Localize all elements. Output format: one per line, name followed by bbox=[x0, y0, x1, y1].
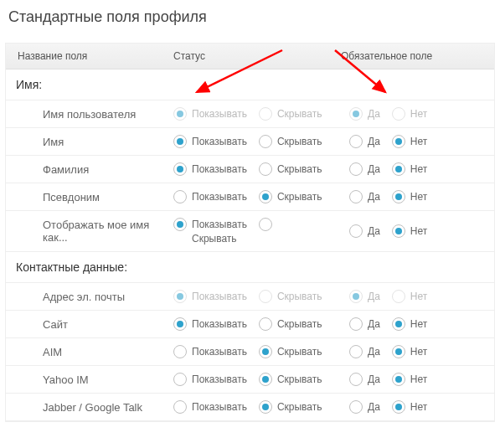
status-show[interactable]: Показывать bbox=[173, 345, 247, 358]
required-yes-radio bbox=[349, 290, 363, 303]
status-show-radio bbox=[173, 290, 187, 303]
required-no-radio bbox=[392, 400, 405, 414]
required-no-radio bbox=[392, 373, 405, 386]
table-row: AIMПоказыватьСкрыватьДаНет bbox=[6, 338, 494, 366]
required-no-label: Нет bbox=[410, 373, 427, 385]
status-hide[interactable]: Скрывать bbox=[259, 162, 322, 176]
required-no-radio bbox=[392, 345, 405, 358]
required-no-label: Нет bbox=[410, 191, 427, 203]
required-yes[interactable]: Да bbox=[349, 135, 380, 148]
status-show[interactable]: Показывать bbox=[173, 162, 247, 176]
status-hide[interactable]: Скрывать bbox=[259, 345, 322, 358]
status-hide-radio bbox=[259, 107, 272, 121]
required-yes: Да bbox=[349, 290, 380, 303]
required-no[interactable]: Нет bbox=[392, 224, 427, 238]
required-no[interactable]: Нет bbox=[392, 135, 427, 148]
status-group: ПоказыватьСкрывать bbox=[173, 218, 349, 245]
required-yes-label: Да bbox=[368, 318, 380, 330]
required-no: Нет bbox=[392, 290, 427, 303]
status-show: Показывать bbox=[173, 290, 247, 303]
status-show-radio bbox=[173, 107, 187, 121]
status-show[interactable]: Показывать bbox=[173, 373, 247, 386]
required-yes[interactable]: Да bbox=[349, 317, 380, 331]
required-yes-radio bbox=[349, 107, 363, 121]
status-hide[interactable] bbox=[259, 218, 272, 231]
required-no[interactable]: Нет bbox=[392, 190, 427, 203]
required-yes[interactable]: Да bbox=[349, 162, 380, 176]
status-show-radio bbox=[173, 218, 187, 231]
status-hide-radio bbox=[259, 317, 272, 331]
status-show-label: Показывать bbox=[192, 346, 247, 358]
status-show[interactable]: Показывать bbox=[173, 135, 247, 148]
required-yes-label: Да bbox=[368, 291, 380, 302]
status-hide[interactable]: Скрывать bbox=[259, 317, 322, 331]
status-show[interactable]: Показывать bbox=[173, 218, 247, 231]
status-show[interactable]: Показывать bbox=[173, 400, 247, 414]
status-hide[interactable]: Скрывать bbox=[259, 373, 322, 386]
required-yes-label: Да bbox=[368, 136, 380, 147]
status-show-label: Показывать bbox=[192, 318, 247, 330]
status-group: ПоказыватьСкрывать bbox=[173, 400, 349, 414]
required-yes-radio bbox=[349, 345, 363, 358]
status-group: ПоказыватьСкрывать bbox=[173, 373, 349, 386]
table-row: ИмяПоказыватьСкрыватьДаНет bbox=[6, 128, 494, 156]
required-no-label: Нет bbox=[410, 163, 427, 175]
status-hide: Скрывать bbox=[259, 107, 322, 121]
column-header-status: Статус bbox=[173, 50, 341, 62]
status-show-radio bbox=[173, 135, 187, 148]
required-group: ДаНет bbox=[349, 107, 486, 121]
status-hide-label: Скрывать bbox=[173, 233, 349, 245]
required-yes-label: Да bbox=[368, 163, 380, 175]
required-yes-label: Да bbox=[368, 225, 380, 237]
required-yes[interactable]: Да bbox=[349, 400, 380, 414]
status-hide[interactable]: Скрывать bbox=[259, 400, 322, 414]
status-hide: Скрывать bbox=[259, 290, 322, 303]
required-no-label: Нет bbox=[410, 346, 427, 358]
status-group: ПоказыватьСкрывать bbox=[173, 290, 349, 303]
status-hide[interactable]: Скрывать bbox=[259, 135, 322, 148]
field-name: Псевдоним bbox=[14, 191, 173, 203]
status-show-radio bbox=[173, 162, 187, 176]
required-no-radio bbox=[392, 162, 405, 176]
required-yes-radio bbox=[349, 224, 363, 238]
required-yes-label: Да bbox=[368, 373, 380, 385]
required-no[interactable]: Нет bbox=[392, 345, 427, 358]
required-yes-label: Да bbox=[368, 401, 380, 413]
field-name: Yahoo IM bbox=[14, 373, 173, 386]
required-no[interactable]: Нет bbox=[392, 317, 427, 331]
required-yes[interactable]: Да bbox=[349, 190, 380, 203]
status-show[interactable]: Показывать bbox=[173, 317, 247, 331]
status-show-radio bbox=[173, 345, 187, 358]
required-yes[interactable]: Да bbox=[349, 224, 380, 238]
status-show[interactable]: Показывать bbox=[173, 190, 247, 203]
required-no: Нет bbox=[392, 107, 427, 121]
field-name: Адрес эл. почты bbox=[14, 291, 173, 303]
required-no[interactable]: Нет bbox=[392, 400, 427, 414]
required-no[interactable]: Нет bbox=[392, 162, 427, 176]
required-no-label: Нет bbox=[410, 136, 427, 147]
status-group: ПоказыватьСкрывать bbox=[173, 107, 349, 121]
required-no-radio bbox=[392, 190, 405, 203]
status-hide-label: Скрывать bbox=[277, 136, 322, 147]
required-yes[interactable]: Да bbox=[349, 373, 380, 386]
required-group: ДаНет bbox=[349, 400, 486, 414]
required-yes-label: Да bbox=[368, 191, 380, 203]
status-show-label: Показывать bbox=[192, 108, 247, 120]
section-title: Имя: bbox=[6, 70, 494, 100]
required-no-radio bbox=[392, 290, 405, 303]
status-hide-radio bbox=[259, 218, 272, 231]
status-show-label: Показывать bbox=[192, 136, 247, 147]
required-yes-radio bbox=[349, 135, 363, 148]
required-yes[interactable]: Да bbox=[349, 345, 380, 358]
required-no[interactable]: Нет bbox=[392, 373, 427, 386]
required-no-label: Нет bbox=[410, 401, 427, 413]
required-group: ДаНет bbox=[349, 373, 486, 386]
status-show-label: Показывать bbox=[192, 291, 247, 302]
required-group: ДаНет bbox=[349, 190, 486, 203]
field-name: Отображать мое имя как... bbox=[14, 219, 173, 244]
status-group: ПоказыватьСкрывать bbox=[173, 135, 349, 148]
required-no-radio bbox=[392, 224, 405, 238]
table-row: Имя пользователяПоказыватьСкрыватьДаНет bbox=[6, 100, 494, 128]
required-no-radio bbox=[392, 135, 405, 148]
status-hide[interactable]: Скрывать bbox=[259, 190, 322, 203]
